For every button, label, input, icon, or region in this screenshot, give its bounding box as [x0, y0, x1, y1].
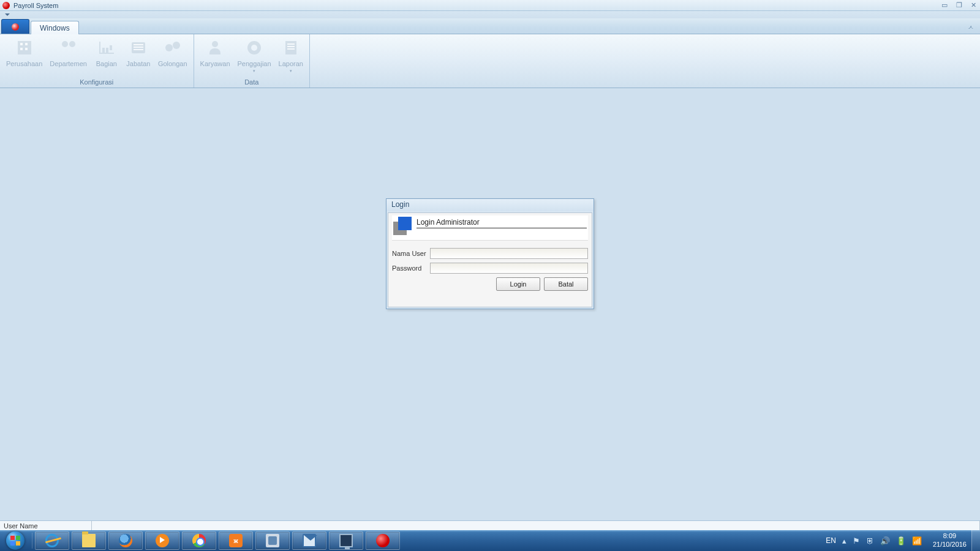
ie-icon — [45, 534, 59, 547]
login-dialog: Login Login Administrator Nama User Pass… — [386, 198, 594, 309]
taskbar-clock[interactable]: 8:09 21/10/2016 — [928, 532, 971, 549]
quick-access-row — [0, 11, 980, 18]
tray-battery-icon[interactable]: 🔋 — [896, 536, 906, 545]
ribbon-btn-label: Departemen — [50, 60, 87, 67]
gear-icon — [244, 38, 264, 58]
taskbar-app-mail[interactable] — [292, 531, 326, 550]
card-icon — [129, 38, 148, 58]
ribbon-group-konfigurasi: Perusahaan Departemen Bagian Jabatan Gol… — [0, 34, 194, 88]
ribbon-group-label: Data — [197, 77, 307, 88]
login-header: Login Administrator — [392, 216, 588, 241]
xampp-icon: ж — [229, 534, 243, 547]
chevron-down-icon: ▾ — [290, 69, 292, 73]
ribbon-btn-label: Karyawan — [200, 60, 230, 67]
tray-shield-icon[interactable]: ⛨ — [866, 536, 874, 545]
statusbar-username-value — [92, 521, 980, 530]
ribbon-group-label: Konfigurasi — [2, 77, 191, 88]
login-dialog-title: Login — [386, 199, 594, 211]
window-title: Payroll System — [13, 2, 58, 9]
mail-icon — [303, 534, 316, 547]
login-dialog-body: Login Administrator Nama User Password L… — [388, 212, 592, 307]
app-icon — [2, 2, 10, 9]
tray-chevron-icon[interactable]: ▴ — [842, 536, 846, 545]
qat-dropdown-icon[interactable] — [5, 13, 10, 16]
ribbon-btn-departemen[interactable]: Departemen — [46, 36, 91, 77]
ribbon-btn-bagian[interactable]: Bagian — [91, 36, 123, 77]
system-tray: EN ▴ ⚑ ⛨ 🔊 🔋 📶 — [820, 530, 928, 551]
circles-icon — [163, 38, 183, 58]
chrome-icon — [192, 534, 206, 547]
language-indicator[interactable]: EN — [826, 536, 836, 545]
ribbon-btn-label: Perusahaan — [6, 60, 42, 67]
taskbar-app-payroll[interactable] — [366, 531, 400, 550]
monitor-icon — [339, 534, 353, 547]
clock-time: 8:09 — [933, 532, 967, 541]
ribbon-btn-label: Laporan — [279, 60, 303, 67]
ribbon-btn-label: Golongan — [158, 60, 187, 67]
ribbon-tab-label: Windows — [40, 24, 70, 32]
ribbon-btn-perusahaan[interactable]: Perusahaan — [2, 36, 46, 77]
username-input[interactable] — [430, 248, 588, 259]
ribbon-btn-karyawan[interactable]: Karyawan — [197, 36, 234, 77]
password-label: Password — [392, 264, 430, 272]
close-button[interactable]: ✕ — [971, 1, 976, 9]
login-button[interactable]: Login — [496, 277, 540, 291]
app-icon — [266, 534, 279, 547]
ribbon-btn-golongan[interactable]: Golongan — [154, 36, 191, 77]
password-input[interactable] — [430, 263, 588, 274]
taskbar-app-screen[interactable] — [329, 531, 363, 550]
ribbon-group-data: Karyawan Penggajian ▾ Laporan ▾ Data — [194, 34, 310, 88]
statusbar: User Name — [0, 520, 980, 530]
ribbon-tab-strip: Windows ㅅ — [0, 18, 980, 34]
taskbar-app-xampp[interactable]: ж — [219, 531, 253, 550]
ribbon-btn-jabatan[interactable]: Jabatan — [123, 36, 154, 77]
ribbon-btn-laporan[interactable]: Laporan ▾ — [275, 36, 307, 77]
start-button[interactable] — [0, 530, 31, 551]
taskbar-app-explorer[interactable] — [72, 531, 106, 550]
ribbon-body: Perusahaan Departemen Bagian Jabatan Gol… — [0, 34, 980, 88]
ribbon-btn-label: Jabatan — [126, 60, 150, 67]
username-label: Nama User — [392, 250, 430, 257]
ribbon-btn-penggajian[interactable]: Penggajian ▾ — [234, 36, 275, 77]
tray-flag-icon[interactable]: ⚑ — [853, 536, 860, 545]
show-desktop-button[interactable] — [971, 530, 980, 551]
ribbon-btn-label: Penggajian — [238, 60, 271, 67]
play-icon — [156, 534, 169, 547]
statusbar-username-label: User Name — [0, 521, 92, 530]
taskbar-app-ie[interactable] — [35, 531, 69, 550]
workspace: Login Login Administrator Nama User Pass… — [0, 88, 980, 520]
cancel-button[interactable]: Batal — [544, 277, 588, 291]
taskbar-app-media[interactable] — [145, 531, 179, 550]
taskbar-divider — [32, 533, 32, 549]
ribbon-file-tab[interactable] — [1, 19, 29, 34]
login-header-text: Login Administrator — [417, 218, 587, 228]
taskbar-app-generic1[interactable] — [255, 531, 290, 550]
file-tab-icon — [12, 23, 19, 31]
building-icon — [15, 38, 34, 58]
minimize-button[interactable]: ▭ — [941, 1, 948, 9]
taskbar: ж EN ▴ ⚑ ⛨ 🔊 🔋 📶 8:09 21/10/2016 — [0, 530, 980, 551]
firefox-icon — [119, 534, 132, 547]
windows-logo-icon — [6, 531, 24, 550]
chevron-down-icon: ▾ — [253, 69, 255, 73]
ribbon-btn-label: Bagian — [96, 60, 117, 67]
titlebar: Payroll System ▭ ❐ ✕ — [0, 0, 980, 11]
ribbon-collapse-icon[interactable]: ㅅ — [968, 23, 974, 32]
person-icon — [205, 38, 225, 58]
maximize-button[interactable]: ❐ — [956, 1, 962, 9]
taskbar-app-firefox[interactable] — [108, 531, 143, 550]
clock-date: 21/10/2016 — [933, 541, 967, 549]
chart-icon — [97, 38, 116, 58]
tray-network-icon[interactable]: 📶 — [912, 536, 922, 545]
login-header-icon — [393, 217, 414, 236]
ribbon-tab-windows[interactable]: Windows — [31, 21, 79, 34]
payroll-icon — [376, 534, 390, 547]
document-icon — [281, 38, 301, 58]
folder-icon — [82, 534, 96, 547]
tray-volume-icon[interactable]: 🔊 — [880, 536, 890, 545]
taskbar-app-chrome[interactable] — [182, 531, 216, 550]
people-icon — [59, 38, 78, 58]
